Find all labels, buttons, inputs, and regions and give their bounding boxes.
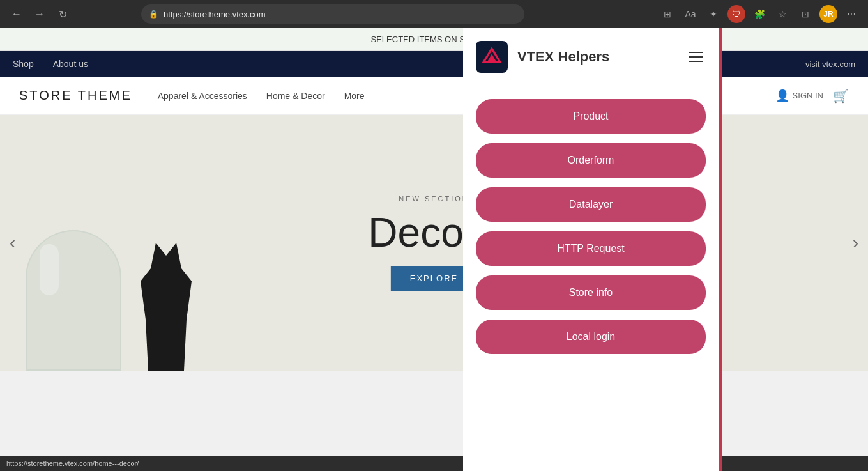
reload-button[interactable]: ↻ (54, 5, 72, 23)
user-icon: 👤 (775, 89, 789, 103)
vtex-logo (476, 41, 508, 73)
http-request-button[interactable]: HTTP Request (476, 231, 706, 266)
grid-icon[interactable]: ⊞ (659, 5, 676, 23)
local-login-button[interactable]: Local login (476, 320, 706, 354)
vtex-menu-button[interactable] (685, 49, 706, 65)
top-nav-about[interactable]: About us (53, 59, 88, 69)
hero-prev-button[interactable]: ‹ (10, 233, 15, 253)
sign-in-label: SIGN IN (793, 91, 823, 100)
black-hand-decoration (141, 243, 192, 371)
nav-apparel[interactable]: Apparel & Accessories (158, 91, 247, 101)
hero-section: ‹ NEW SECTION Decora EXPLORE › (0, 115, 868, 371)
product-button[interactable]: Product (476, 99, 706, 134)
star-icon[interactable]: ☆ (773, 5, 791, 23)
vtex-buttons-list: Product Orderform Datalayer HTTP Request… (463, 86, 719, 367)
puzzle-icon[interactable]: 🧩 (750, 5, 768, 23)
browser-actions: ⊞ Aa ✦ 🛡 🧩 ☆ ⊡ JR ⋯ (659, 5, 860, 23)
status-url: https://storetheme.vtex.com/home---decor… (6, 459, 139, 467)
menu-line-2 (689, 56, 703, 58)
menu-line-1 (689, 52, 703, 53)
top-nav-shop[interactable]: Shop (13, 59, 34, 69)
store-logo[interactable]: STORE THEME (19, 88, 132, 103)
top-nav: Shop About us visit vtex.com (0, 51, 868, 77)
menu-line-3 (689, 61, 703, 62)
reader-icon[interactable]: Aa (681, 5, 699, 23)
datalayer-button[interactable]: Datalayer (476, 187, 706, 222)
nav-home-decor[interactable]: Home & Decor (266, 91, 325, 101)
url-text: https://storetheme.vtex.com (164, 10, 266, 19)
glass-dome-decoration (26, 230, 121, 371)
orderform-button[interactable]: Orderform (476, 143, 706, 178)
hero-next-button[interactable]: › (853, 233, 858, 253)
collection-icon[interactable]: ⊡ (796, 5, 814, 23)
main-header: STORE THEME Apparel & Accessories Home &… (0, 77, 868, 115)
vtex-side-accent (719, 28, 722, 471)
extension-icon[interactable]: ✦ (704, 5, 722, 23)
promo-banner: SELECTED ITEMS ON SALE! CH (0, 28, 868, 51)
shield-icon[interactable]: 🛡 (727, 5, 745, 23)
more-button[interactable]: ⋯ (842, 5, 860, 23)
cart-icon[interactable]: 🛒 (833, 88, 849, 104)
address-bar[interactable]: 🔒 https://storetheme.vtex.com (141, 4, 524, 24)
top-nav-vtex[interactable]: visit vtex.com (805, 59, 855, 69)
vtex-title: VTEX Helpers (517, 49, 676, 65)
header-right: 👤 SIGN IN 🛒 (775, 88, 849, 104)
lock-icon: 🔒 (149, 10, 158, 19)
main-nav: Apparel & Accessories Home & Decor More (158, 91, 365, 101)
back-button[interactable]: ← (8, 5, 26, 23)
profile-button[interactable]: JR (819, 5, 837, 23)
vtex-header: VTEX Helpers (463, 28, 719, 86)
forward-button[interactable]: → (31, 5, 49, 23)
browser-chrome: ← → ↻ 🔒 https://storetheme.vtex.com ⊞ Aa… (0, 0, 868, 28)
sign-in-button[interactable]: 👤 SIGN IN (775, 89, 823, 103)
store-page: SELECTED ITEMS ON SALE! CH Shop About us… (0, 28, 868, 471)
vtex-helpers-panel: VTEX Helpers Product Orderform Datalayer… (463, 28, 719, 471)
store-info-button[interactable]: Store info (476, 275, 706, 310)
status-bar: https://storetheme.vtex.com/home---decor… (0, 456, 868, 471)
nav-more[interactable]: More (344, 91, 365, 101)
